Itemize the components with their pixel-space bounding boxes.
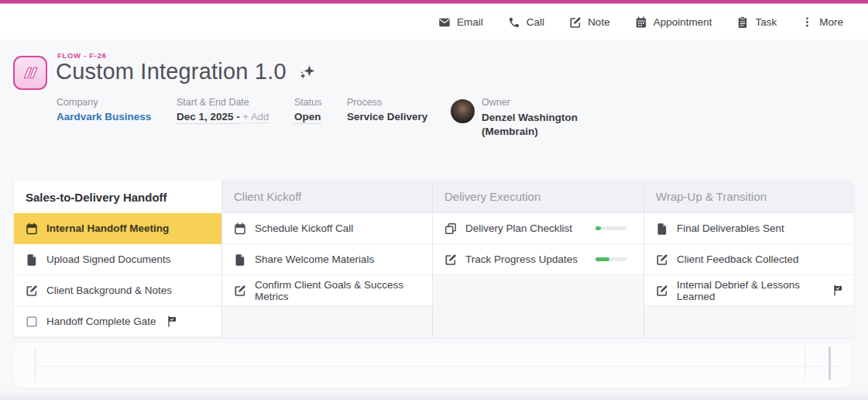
column-header: Client Kickoff — [222, 181, 432, 213]
column-header: Sales-to-Delivery Handoff — [14, 181, 221, 213]
add-end-date-button[interactable]: + Add — [243, 111, 269, 123]
board-item[interactable]: Client Background & Notes — [14, 275, 221, 306]
call-button-label: Call — [527, 16, 544, 28]
field-status: Status Open — [294, 97, 321, 122]
column-sales-to-delivery-handoff: Sales-to-Delivery Handoff Internal Hando… — [14, 181, 222, 337]
flow-board: Sales-to-Delivery Handoff Internal Hando… — [14, 181, 853, 337]
call-button[interactable]: Call — [508, 16, 544, 29]
process-label: Process — [347, 97, 427, 108]
board-item[interactable]: Confirm Client Goals & Success Metrics — [222, 275, 432, 306]
progress-bar — [595, 226, 626, 230]
note-edit-icon — [444, 253, 457, 266]
note-button[interactable]: Note — [569, 16, 610, 29]
appointment-button[interactable]: Appointment — [635, 16, 712, 29]
board-item-label: Internal Handoff Meeting — [46, 222, 169, 234]
field-process: Process Service Delivery — [347, 97, 427, 122]
note-edit-icon — [656, 284, 668, 297]
timeline-panel — [14, 343, 852, 388]
checklist-icon — [444, 222, 457, 235]
document-icon — [26, 253, 38, 266]
note-icon — [569, 16, 582, 29]
checkbox-icon[interactable] — [26, 316, 38, 328]
company-link[interactable]: Aardvark Business — [57, 111, 151, 122]
start-date-value[interactable]: Dec 1, 2025 - — [177, 111, 240, 124]
owner-avatar — [451, 99, 475, 123]
board-item[interactable]: Internal Debrief & Lessons Learned — [644, 275, 853, 306]
column-client-kickoff: Client Kickoff Schedule Kickoff Call Sha… — [222, 181, 433, 337]
board-item-label: Delivery Plan Checklist — [465, 222, 572, 234]
scrollbar-thumb[interactable] — [829, 347, 831, 380]
board-item[interactable]: Client Feedback Collected — [644, 244, 853, 275]
board-item-label: Client Feedback Collected — [677, 253, 799, 265]
board-item[interactable]: Schedule Kickoff Call — [222, 213, 432, 244]
task-button-label: Task — [755, 16, 777, 28]
board-item-label: Client Background & Notes — [46, 284, 172, 296]
page-title: Custom Integration 1.0 — [56, 59, 286, 84]
board-item-gate[interactable]: Handoff Complete Gate — [14, 306, 221, 337]
meeting-calendar-icon — [26, 222, 38, 235]
page-bottom-fade — [0, 389, 868, 400]
column-delivery-execution: Delivery Execution Delivery Plan Checkli… — [433, 181, 644, 337]
owner-value: Denzel Washington (Membrain) — [482, 111, 587, 139]
timeline-divider — [805, 347, 805, 380]
status-value[interactable]: Open — [294, 111, 321, 124]
field-dates: Start & End Date Dec 1, 2025 - + Add — [177, 97, 269, 122]
board-item-label: Schedule Kickoff Call — [255, 222, 353, 234]
board-item-label: Upload Signed Documents — [46, 253, 171, 265]
flow-slashes-icon — [13, 56, 47, 90]
kebab-menu-icon — [801, 16, 813, 28]
brand-accent-bar — [0, 0, 868, 4]
board-item[interactable]: Track Progress Updates — [433, 244, 643, 275]
document-icon — [656, 222, 668, 235]
board-item[interactable]: Delivery Plan Checklist — [433, 213, 643, 244]
dates-label: Start & End Date — [177, 97, 269, 108]
progress-bar — [595, 257, 626, 261]
process-value: Service Delivery — [347, 111, 427, 122]
board-item-label: Final Deliverables Sent — [677, 222, 784, 234]
note-edit-icon — [656, 253, 668, 266]
note-edit-icon — [234, 284, 246, 297]
phone-icon — [508, 16, 520, 29]
action-toolbar: Email Call Note Appointment Task More — [0, 5, 868, 40]
document-icon — [234, 253, 246, 266]
timeline-axis-line — [35, 347, 36, 382]
column-header: Wrap-Up & Transition — [644, 181, 853, 213]
calendar-icon — [635, 16, 647, 29]
more-button-label: More — [819, 16, 843, 28]
gate-flag-icon — [166, 316, 178, 327]
email-button[interactable]: Email — [438, 16, 483, 29]
note-edit-icon — [26, 284, 38, 297]
ai-sparkle-icon[interactable] — [299, 64, 316, 84]
gate-flag-icon — [832, 284, 844, 296]
board-item[interactable]: Internal Handoff Meeting — [14, 213, 221, 244]
email-icon — [438, 16, 451, 29]
clipboard-icon — [736, 16, 749, 29]
note-button-label: Note — [588, 16, 610, 28]
board-item-label: Confirm Client Goals & Success Metrics — [255, 279, 423, 302]
board-item-label: Internal Debrief & Lessons Learned — [677, 279, 822, 302]
email-button-label: Email — [457, 16, 483, 28]
board-item-label: Share Welcome Materials — [255, 253, 374, 265]
status-label: Status — [294, 97, 321, 108]
task-button[interactable]: Task — [736, 16, 777, 29]
company-label: Company — [57, 97, 151, 108]
board-item[interactable]: Share Welcome Materials — [222, 244, 432, 275]
appointment-button-label: Appointment — [654, 16, 712, 28]
board-item[interactable]: Final Deliverables Sent — [644, 213, 853, 244]
field-owner: Owner Denzel Washington (Membrain) — [482, 97, 587, 139]
meeting-calendar-icon — [234, 222, 246, 235]
timeline-grid-line — [36, 366, 844, 367]
board-item-label: Track Progress Updates — [465, 253, 578, 265]
field-company: Company Aardvark Business — [57, 97, 151, 122]
column-header: Delivery Execution — [433, 181, 643, 213]
owner-label: Owner — [482, 97, 587, 108]
column-wrap-up-transition: Wrap-Up & Transition Final Deliverables … — [644, 181, 853, 337]
board-item[interactable]: Upload Signed Documents — [14, 244, 221, 275]
board-item-label: Handoff Complete Gate — [46, 316, 156, 327]
more-button[interactable]: More — [801, 16, 843, 28]
